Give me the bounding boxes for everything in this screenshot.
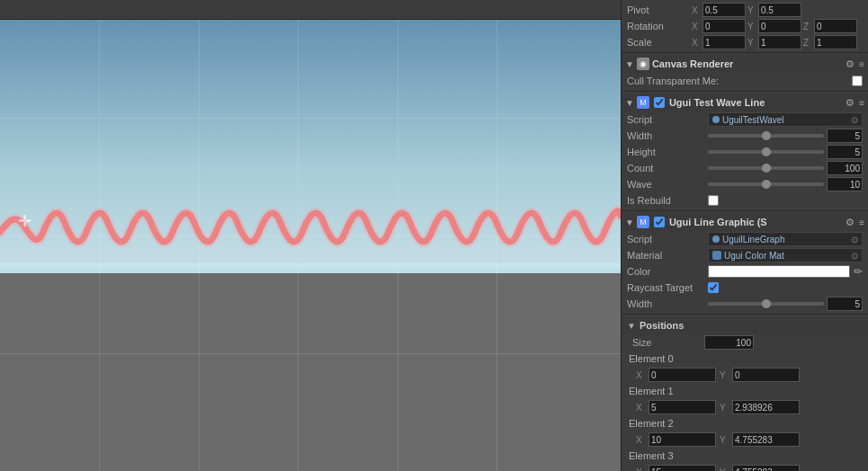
- line-graphic-script-label: Script: [627, 234, 708, 244]
- wave-line-wave-slider-container: [708, 177, 863, 191]
- line-graphic-settings-icon[interactable]: ⚙: [846, 217, 855, 228]
- element-3-y-input[interactable]: [732, 465, 800, 471]
- pivot-y-input[interactable]: [758, 3, 801, 17]
- scale-label: Scale: [627, 37, 690, 48]
- material-icon: [712, 251, 721, 260]
- line-graphic-width-input[interactable]: [827, 297, 863, 311]
- positions-size-row: Size: [622, 334, 868, 351]
- element-3-header: Element 3: [622, 448, 868, 464]
- line-graphic-material-ref[interactable]: Ugui Color Mat ⊙: [708, 248, 863, 262]
- wave-line-height-input[interactable]: [827, 145, 863, 159]
- wave-line-height-slider-container: [708, 145, 863, 159]
- wave-line-enabled-checkbox[interactable]: [654, 97, 665, 108]
- pivot-x-input[interactable]: [702, 3, 746, 17]
- element-2-x-input[interactable]: [649, 432, 716, 447]
- cull-transparent-checkbox[interactable]: [852, 76, 863, 86]
- inspector-panel: Pivot X Y Rotation X Y Z Scale X: [621, 0, 868, 471]
- rotation-z-input[interactable]: [814, 19, 857, 33]
- line-graphic-width-slider[interactable]: [708, 302, 824, 306]
- rotation-y-input[interactable]: [758, 19, 801, 33]
- wave-line-options-icon[interactable]: ≡: [859, 98, 864, 108]
- wave-line-icon: M: [637, 96, 649, 109]
- scale-y-input[interactable]: [758, 35, 801, 49]
- wave-line-wave-input[interactable]: [827, 177, 863, 191]
- rotation-fields: X Y Z: [692, 19, 863, 33]
- wave-line-count-label: Count: [627, 163, 708, 173]
- element-0-y-input[interactable]: [732, 368, 800, 382]
- canvas-renderer-icon: ◉: [637, 58, 649, 70]
- positions-section: ▼ Positions Size Element 0 X Y Element 1…: [622, 315, 868, 471]
- scale-fields: X Y Z: [692, 35, 863, 49]
- wave-line-section: ▼ M Ugui Test Wave Line ⚙ ≡ Script Uguil…: [622, 92, 868, 211]
- canvas-renderer-header[interactable]: ▼ ◉ Canvas Renderer ⚙ ≡: [622, 55, 868, 73]
- wave-line-collapse-icon: ▼: [625, 98, 634, 108]
- wave-line-script-pick-icon[interactable]: ⊙: [851, 115, 858, 125]
- line-graphic-width-label: Width: [627, 298, 708, 309]
- element-0-label: Element 0: [629, 353, 863, 364]
- rotation-row: Rotation X Y Z: [622, 18, 868, 34]
- line-graphic-enabled-checkbox[interactable]: [654, 217, 665, 227]
- element-0-x-label: X: [636, 370, 645, 380]
- wave-visualization: [0, 0, 621, 471]
- line-graphic-script-pick-icon[interactable]: ⊙: [851, 235, 858, 244]
- element-2-header: Element 2: [622, 415, 868, 431]
- wave-line-script-name: UguilTestWavel: [722, 115, 784, 125]
- scale-x-input[interactable]: [702, 35, 746, 49]
- line-graphic-icon: M: [637, 216, 649, 228]
- material-pick-icon[interactable]: ⊙: [851, 251, 858, 261]
- line-graphic-material-label: Material: [627, 250, 708, 261]
- wave-line-header[interactable]: ▼ M Ugui Test Wave Line ⚙ ≡: [622, 93, 868, 111]
- wave-line-wave-slider[interactable]: [708, 182, 824, 186]
- positions-header[interactable]: ▼ Positions: [622, 316, 868, 334]
- element-1-y-input[interactable]: [732, 400, 800, 414]
- element-0-x-input[interactable]: [649, 368, 716, 382]
- wave-line-wave-label: Wave: [627, 179, 708, 190]
- positions-title: Positions: [640, 320, 863, 331]
- transform-section: Pivot X Y Rotation X Y Z Scale X: [622, 0, 868, 53]
- element-1-header: Element 1: [622, 383, 868, 399]
- rotation-label: Rotation: [627, 21, 690, 31]
- line-graphic-options-icon[interactable]: ≡: [859, 218, 864, 227]
- wave-line-width-label: Width: [627, 130, 708, 141]
- element-2-y-input[interactable]: [732, 432, 800, 447]
- element-1-y-label: Y: [720, 403, 729, 413]
- wave-line-is-rebuild-label: Is Rebuild: [627, 195, 708, 206]
- wave-line-width-slider[interactable]: [708, 134, 824, 138]
- element-2-xy-row: X Y: [622, 431, 868, 448]
- line-graphic-raycast-checkbox[interactable]: [708, 282, 719, 293]
- color-swatch[interactable]: [708, 265, 850, 278]
- line-graphic-collapse-icon: ▼: [625, 218, 634, 227]
- wave-line-width-slider-container: [708, 129, 863, 143]
- element-2-label: Element 2: [629, 418, 863, 429]
- wave-line-count-input[interactable]: [827, 161, 863, 175]
- line-graphic-width-row: Width: [622, 296, 868, 312]
- line-graphic-section: ▼ M Ugui Line Graphic (S ⚙ ≡ Script Ugui…: [622, 211, 868, 315]
- rotation-x-input[interactable]: [702, 19, 746, 33]
- options-icon[interactable]: ≡: [859, 59, 864, 69]
- wave-line-settings-icon[interactable]: ⚙: [846, 97, 855, 109]
- settings-icon[interactable]: ⚙: [846, 58, 855, 70]
- scale-row: Scale X Y Z: [622, 34, 868, 50]
- wave-line-height-row: Height: [622, 144, 868, 160]
- element-3-x-input[interactable]: [649, 465, 716, 471]
- wave-line-wave-row: Wave: [622, 176, 868, 192]
- line-graphic-header[interactable]: ▼ M Ugui Line Graphic (S ⚙ ≡: [622, 213, 868, 231]
- scene-view[interactable]: ✛: [0, 0, 621, 471]
- color-picker-icon[interactable]: ✏: [854, 265, 863, 278]
- element-3-xy-row: X Y: [622, 464, 868, 471]
- line-graphic-raycast-row: Raycast Target: [622, 280, 868, 296]
- wave-line-script-ref[interactable]: UguilTestWavel ⊙: [708, 112, 863, 127]
- wave-line-height-slider[interactable]: [708, 150, 824, 154]
- positions-collapse-icon: ▼: [627, 321, 636, 331]
- wave-line-width-input[interactable]: [827, 129, 863, 143]
- pivot-fields: X Y: [692, 3, 863, 17]
- wave-line-title: Ugui Test Wave Line: [669, 97, 843, 108]
- positions-size-input[interactable]: [704, 335, 754, 350]
- wave-line-count-slider[interactable]: [708, 166, 824, 170]
- element-1-x-input[interactable]: [649, 400, 716, 414]
- wave-line-is-rebuild-checkbox[interactable]: [708, 195, 719, 206]
- line-graphic-script-name: UguilLineGraph: [722, 235, 785, 244]
- line-graphic-script-ref[interactable]: UguilLineGraph ⊙: [708, 232, 863, 246]
- element-3-y-label: Y: [720, 467, 729, 472]
- scale-z-input[interactable]: [814, 35, 857, 49]
